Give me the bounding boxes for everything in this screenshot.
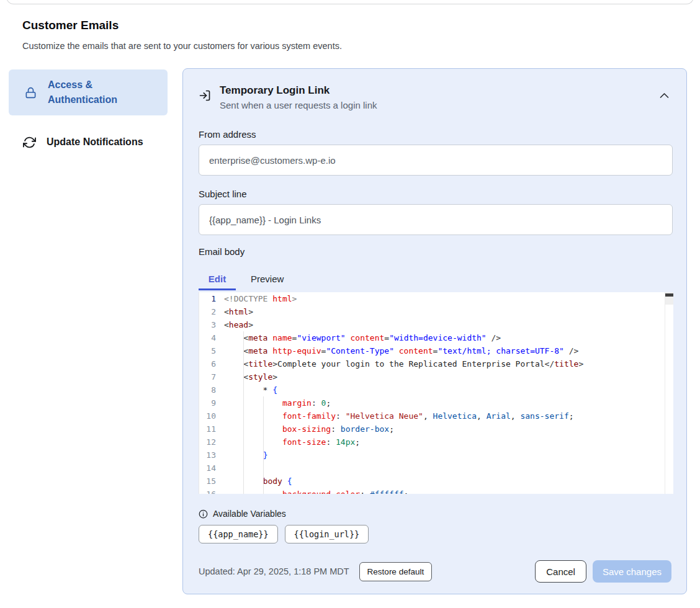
login-icon (199, 89, 211, 102)
line-number: 1 (199, 292, 224, 305)
sidebar-item-update-notifications[interactable]: Update Notifications (9, 128, 168, 156)
line-number: 6 (199, 357, 224, 370)
sidebar: Access & Authentication Update Notificat… (9, 69, 168, 156)
code-text (224, 462, 673, 475)
code-line[interactable]: 5 <meta http-equiv="Content-Type" conten… (199, 344, 673, 357)
panel-title: Temporary Login Link (220, 84, 377, 97)
line-number: 2 (199, 305, 224, 318)
line-number: 9 (199, 396, 224, 409)
panel-subtitle: Sent when a user requests a login link (220, 100, 377, 110)
code-line[interactable]: 10 font-family: "Helvetica Neue", Helvet… (199, 409, 673, 422)
tab-preview[interactable]: Preview (251, 274, 284, 284)
code-line[interactable]: 11 box-sizing: border-box; (199, 422, 673, 436)
from-address-label: From address (199, 129, 671, 140)
email-body-label: Email body (199, 246, 671, 257)
line-number: 13 (199, 449, 224, 462)
line-number: 14 (199, 462, 224, 475)
code-text: <html> (224, 305, 673, 318)
line-number: 7 (199, 370, 224, 383)
code-text: * { (224, 383, 673, 396)
editor-tabs: Edit Preview (199, 267, 671, 290)
email-settings-panel: Temporary Login Link Sent when a user re… (182, 68, 687, 594)
code-line[interactable]: 7 <style> (199, 370, 673, 383)
line-number: 11 (199, 422, 224, 436)
restore-default-button[interactable]: Restore default (359, 562, 433, 581)
code-text: <title>Complete your login to the Replic… (224, 357, 673, 370)
code-line[interactable]: 14 (199, 462, 673, 475)
active-tab-underline (199, 288, 236, 290)
indent-guide (263, 396, 264, 494)
code-text: body { (224, 475, 673, 488)
variable-chip-app-name[interactable]: {{app_name}} (199, 525, 278, 543)
code-text: <meta name="viewport" content="width=dev… (224, 331, 673, 344)
line-number: 3 (199, 318, 224, 331)
line-number: 10 (199, 409, 224, 422)
sidebar-item-label: Update Notifications (47, 135, 143, 150)
chevron-up-icon (660, 92, 669, 99)
lock-icon (24, 86, 37, 99)
line-number: 4 (199, 331, 224, 344)
code-text: box-sizing: border-box; (224, 422, 673, 436)
card-above-border (6, 0, 694, 4)
code-line[interactable]: 2<html> (199, 305, 673, 318)
subject-line-label: Subject line (199, 189, 671, 199)
code-line[interactable]: 12 font-size: 14px; (199, 436, 673, 449)
code-editor[interactable]: 1<!DOCTYPE html>2<html>3<head>4 <meta na… (199, 292, 673, 494)
collapse-section-button[interactable] (657, 90, 671, 101)
sidebar-item-label: Access & Authentication (48, 78, 128, 107)
from-address-input[interactable] (199, 145, 673, 176)
sidebar-item-access-authentication[interactable]: Access & Authentication (9, 69, 168, 115)
variable-chips: {{app_name}} {{login_url}} (199, 525, 671, 543)
code-text: font-size: 14px; (224, 436, 673, 449)
code-text: margin: 0; (224, 396, 673, 409)
code-line[interactable]: 9 margin: 0; (199, 396, 673, 409)
editor-scrollbar[interactable] (665, 292, 673, 494)
editor-lines: 1<!DOCTYPE html>2<html>3<head>4 <meta na… (199, 292, 673, 494)
line-number: 16 (199, 488, 224, 494)
code-text: background-color: #ffffff; (224, 488, 673, 494)
code-text: <style> (224, 370, 673, 383)
code-line[interactable]: 8 * { (199, 383, 673, 396)
code-text: <head> (224, 318, 673, 331)
panel-footer: Updated: Apr 29, 2025, 1:18 PM MDT Resto… (199, 560, 671, 583)
code-text: <!DOCTYPE html> (224, 292, 673, 305)
code-text: font-family: "Helvetica Neue", Helvetica… (224, 409, 673, 422)
cancel-button[interactable]: Cancel (535, 560, 586, 583)
tab-edit[interactable]: Edit (199, 274, 236, 284)
line-number: 5 (199, 344, 224, 357)
page-subtitle: Customize the emails that are sent to yo… (22, 41, 342, 51)
code-line[interactable]: 16 background-color: #ffffff; (199, 488, 673, 494)
info-icon (199, 509, 208, 519)
code-text: <meta http-equiv="Content-Type" content=… (224, 344, 673, 357)
subject-line-input[interactable] (199, 204, 673, 235)
variable-chip-login-url[interactable]: {{login_url}} (285, 525, 369, 543)
line-number: 12 (199, 436, 224, 449)
line-number: 8 (199, 383, 224, 396)
page-title: Customer Emails (22, 19, 119, 32)
code-text: } (224, 449, 673, 462)
scrollbar-thumb[interactable] (665, 293, 673, 297)
available-variables-label: Available Variables (213, 509, 286, 519)
indent-guide (243, 331, 244, 494)
panel-header: Temporary Login Link Sent when a user re… (199, 84, 671, 110)
updated-timestamp: Updated: Apr 29, 2025, 1:18 PM MDT (199, 566, 349, 576)
save-changes-button[interactable]: Save changes (593, 560, 671, 583)
code-line[interactable]: 3<head> (199, 318, 673, 331)
code-line[interactable]: 6 <title>Complete your login to the Repl… (199, 357, 673, 370)
code-line[interactable]: 13 } (199, 449, 673, 462)
code-line[interactable]: 4 <meta name="viewport" content="width=d… (199, 331, 673, 344)
refresh-icon (22, 136, 36, 149)
code-line[interactable]: 1<!DOCTYPE html> (199, 292, 673, 305)
code-line[interactable]: 15 body { (199, 475, 673, 488)
line-number: 15 (199, 475, 224, 488)
